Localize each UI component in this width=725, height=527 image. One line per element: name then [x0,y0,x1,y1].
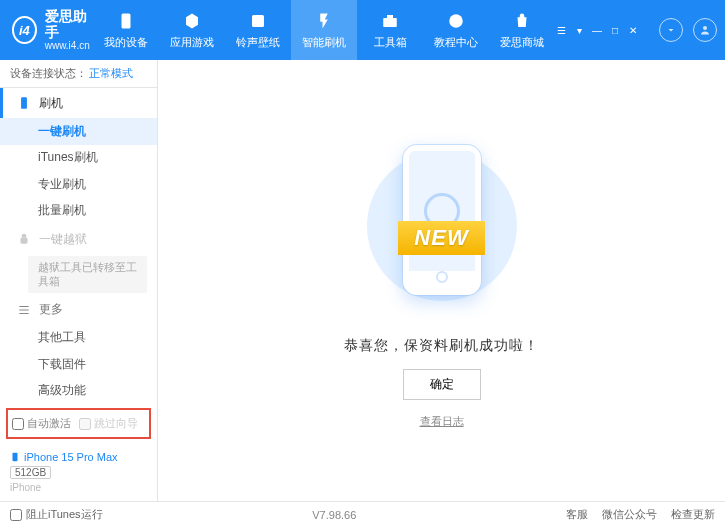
group-label: 刷机 [39,95,63,112]
status-label: 设备连接状态： [10,66,87,81]
ok-button[interactable]: 确定 [403,369,481,400]
option-auto-activate[interactable]: 自动激活 [12,416,71,431]
sidebar-item-download-firmware[interactable]: 下载固件 [0,351,157,377]
device-name[interactable]: iPhone 15 Pro Max [10,451,147,463]
skip-guide-checkbox[interactable] [79,418,91,430]
svg-rect-8 [13,453,18,461]
new-banner: NEW [398,221,484,255]
window-controls: ☰ ▾ — □ ✕ [555,24,639,36]
svg-rect-3 [387,15,393,18]
footer-link-update[interactable]: 检查更新 [671,507,715,522]
svg-rect-6 [21,97,27,109]
success-message: 恭喜您，保资料刷机成功啦！ [344,337,539,355]
toolbox-icon [380,11,400,31]
logo-area: i4 爱思助手 www.i4.cn [12,9,93,51]
nav-label: 应用游戏 [170,35,214,50]
nav-my-device[interactable]: 我的设备 [93,0,159,60]
sidebar-item-advanced[interactable]: 高级功能 [0,378,157,404]
sidebar-item-one-key-flash[interactable]: 一键刷机 [0,118,157,144]
nav-label: 我的设备 [104,35,148,50]
device-icon [17,96,31,110]
footer: 阻止iTunes运行 V7.98.66 客服 微信公众号 检查更新 [0,501,725,527]
sidebar-group-flash[interactable]: 刷机 [0,88,157,118]
version-label: V7.98.66 [103,509,566,521]
sidebar-item-batch-flash[interactable]: 批量刷机 [0,198,157,224]
nav-store[interactable]: 爱思商城 [489,0,555,60]
window-tool-icon[interactable]: ☰ [555,24,567,36]
phone-icon [116,11,136,31]
block-itunes-label: 阻止iTunes运行 [26,507,103,522]
sidebar-group-more[interactable]: 更多 [0,295,157,325]
header-right: ☰ ▾ — □ ✕ [555,18,717,42]
sidebar-item-pro-flash[interactable]: 专业刷机 [0,171,157,197]
device-name-text: iPhone 15 Pro Max [24,451,118,463]
device-info: iPhone 15 Pro Max 512GB iPhone [0,447,157,501]
sidebar: 设备连接状态： 正常模式 刷机 一键刷机 iTunes刷机 专业刷机 批量刷机 … [0,60,158,501]
app-title: 爱思助手 [45,9,93,40]
device-status: 设备连接状态： 正常模式 [0,60,157,88]
maximize-icon[interactable]: □ [609,24,621,36]
device-type: iPhone [10,482,147,493]
nav-label: 教程中心 [434,35,478,50]
flash-icon [314,11,334,31]
footer-link-support[interactable]: 客服 [566,507,588,522]
nav-label: 爱思商城 [500,35,544,50]
block-itunes-checkbox[interactable] [10,509,22,521]
window-tool-icon[interactable]: ▾ [573,24,585,36]
group-label: 更多 [39,301,63,318]
footer-link-wechat[interactable]: 微信公众号 [602,507,657,522]
status-mode: 正常模式 [89,66,133,81]
sidebar-group-jailbreak: 一键越狱 [0,224,157,254]
apps-icon [182,11,202,31]
sidebar-item-other-tools[interactable]: 其他工具 [0,325,157,351]
download-button[interactable] [659,18,683,42]
close-icon[interactable]: ✕ [627,24,639,36]
nav-label: 智能刷机 [302,35,346,50]
svg-rect-7 [21,238,28,244]
success-illustration: NEW [357,133,527,323]
svg-rect-2 [383,18,397,27]
logo-icon: i4 [12,16,37,44]
nav-tutorials[interactable]: 教程中心 [423,0,489,60]
option-skip-guide[interactable]: 跳过向导 [79,416,138,431]
nav-ringtones-wallpapers[interactable]: 铃声壁纸 [225,0,291,60]
app-url: www.i4.cn [45,40,93,51]
device-storage: 512GB [10,466,51,479]
nav-label: 铃声壁纸 [236,35,280,50]
app-header: i4 爱思助手 www.i4.cn 我的设备 应用游戏 铃声壁纸 智能刷机 工具… [0,0,725,60]
main-content: NEW 恭喜您，保资料刷机成功啦！ 确定 查看日志 [158,60,725,501]
minimize-icon[interactable]: — [591,24,603,36]
store-icon [512,11,532,31]
footer-links: 客服 微信公众号 检查更新 [566,507,715,522]
auto-activate-checkbox[interactable] [12,418,24,430]
nav-apps-games[interactable]: 应用游戏 [159,0,225,60]
svg-rect-1 [252,15,264,27]
book-icon [446,11,466,31]
top-nav: 我的设备 应用游戏 铃声壁纸 智能刷机 工具箱 教程中心 爱思商城 [93,0,555,60]
flash-options-box: 自动激活 跳过向导 [6,408,151,439]
view-log-link[interactable]: 查看日志 [420,414,464,429]
more-icon [17,303,31,317]
group-label: 一键越狱 [39,231,87,248]
svg-point-4 [449,14,463,28]
block-itunes-option[interactable]: 阻止iTunes运行 [10,507,103,522]
phone-icon [10,451,20,463]
lock-icon [17,232,31,246]
sidebar-jailbreak-note: 越狱工具已转移至工具箱 [28,256,147,293]
option-label: 跳过向导 [94,416,138,431]
wallpaper-icon [248,11,268,31]
sidebar-item-itunes-flash[interactable]: iTunes刷机 [0,145,157,171]
svg-rect-0 [122,13,131,28]
option-label: 自动激活 [27,416,71,431]
nav-label: 工具箱 [374,35,407,50]
user-button[interactable] [693,18,717,42]
nav-smart-flash[interactable]: 智能刷机 [291,0,357,60]
nav-toolbox[interactable]: 工具箱 [357,0,423,60]
svg-point-5 [703,26,707,30]
